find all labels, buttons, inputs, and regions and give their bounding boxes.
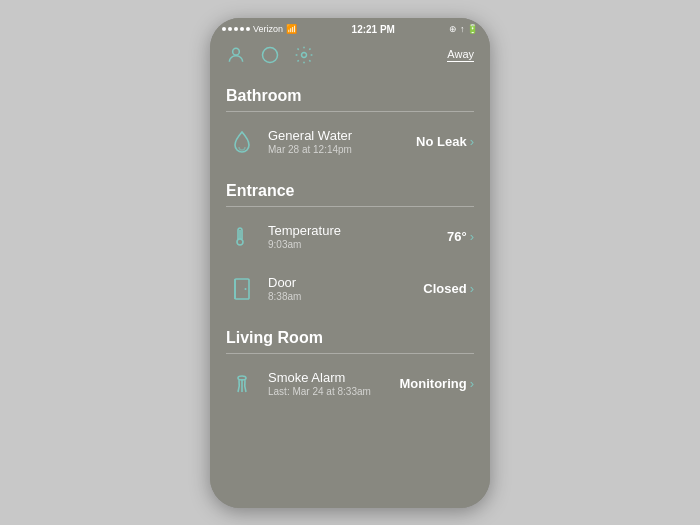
svg-rect-5 [235, 279, 249, 299]
dot2 [228, 27, 232, 31]
temperature-status: 76° › [447, 229, 474, 244]
general-water-name: General Water [268, 128, 416, 143]
phone-frame: Verizon 📶 12:21 PM ⊕ ↑ 🔋 [210, 18, 490, 508]
general-water-status: No Leak › [416, 134, 474, 149]
content-area: Bathroom General Water Mar 28 at 12:14pm… [210, 73, 490, 508]
temperature-status-text: 76° [447, 229, 467, 244]
smoke-alarm-status-text: Monitoring [400, 376, 467, 391]
status-bar: Verizon 📶 12:21 PM ⊕ ↑ 🔋 [210, 18, 490, 39]
dot4 [240, 27, 244, 31]
svg-point-3 [237, 239, 243, 245]
svg-point-6 [245, 288, 247, 290]
dot3 [234, 27, 238, 31]
door-status: Closed › [423, 281, 474, 296]
door-chevron: › [470, 281, 474, 296]
status-left: Verizon 📶 [222, 24, 297, 34]
settings-icon[interactable] [294, 45, 314, 65]
nav-icons[interactable] [226, 45, 314, 65]
door-icon [226, 273, 258, 305]
section-divider-entrance [226, 206, 474, 207]
smoke-alarm-status: Monitoring › [400, 376, 475, 391]
status-right: ⊕ ↑ 🔋 [449, 24, 478, 34]
section-divider-bathroom [226, 111, 474, 112]
svg-point-1 [263, 47, 278, 62]
home-icon[interactable] [260, 45, 280, 65]
general-water-chevron: › [470, 134, 474, 149]
carrier-label: Verizon [253, 24, 283, 34]
temperature-text: Temperature 9:03am [268, 223, 447, 250]
section-divider-living-room [226, 353, 474, 354]
section-title-living-room: Living Room [226, 315, 474, 353]
nav-bar: Away [210, 39, 490, 73]
section-title-entrance: Entrance [226, 168, 474, 206]
svg-point-2 [302, 52, 307, 57]
smoke-alarm-icon [226, 368, 258, 400]
list-item-smoke-alarm[interactable]: Smoke Alarm Last: Mar 24 at 8:33am Monit… [226, 358, 474, 410]
away-button[interactable]: Away [447, 48, 474, 62]
status-time: 12:21 PM [352, 24, 395, 35]
section-title-bathroom: Bathroom [226, 73, 474, 111]
temperature-name: Temperature [268, 223, 447, 238]
temperature-chevron: › [470, 229, 474, 244]
thermometer-icon [226, 221, 258, 253]
temperature-time: 9:03am [268, 239, 447, 250]
signal-dots [222, 27, 250, 31]
door-status-text: Closed [423, 281, 466, 296]
wifi-icon: 📶 [286, 24, 297, 34]
list-item-door[interactable]: Door 8:38am Closed › [226, 263, 474, 315]
dot1 [222, 27, 226, 31]
status-right-icons: ⊕ ↑ 🔋 [449, 24, 478, 34]
general-water-text: General Water Mar 28 at 12:14pm [268, 128, 416, 155]
list-item-temperature[interactable]: Temperature 9:03am 76° › [226, 211, 474, 263]
smoke-alarm-time: Last: Mar 24 at 8:33am [268, 386, 400, 397]
profile-icon[interactable] [226, 45, 246, 65]
general-water-time: Mar 28 at 12:14pm [268, 144, 416, 155]
smoke-alarm-chevron: › [470, 376, 474, 391]
water-icon [226, 126, 258, 158]
list-item-general-water[interactable]: General Water Mar 28 at 12:14pm No Leak … [226, 116, 474, 168]
door-name: Door [268, 275, 423, 290]
door-time: 8:38am [268, 291, 423, 302]
svg-point-0 [233, 48, 240, 55]
dot5 [246, 27, 250, 31]
smoke-alarm-name: Smoke Alarm [268, 370, 400, 385]
door-text: Door 8:38am [268, 275, 423, 302]
general-water-status-text: No Leak [416, 134, 467, 149]
smoke-alarm-text: Smoke Alarm Last: Mar 24 at 8:33am [268, 370, 400, 397]
svg-point-8 [238, 376, 246, 380]
